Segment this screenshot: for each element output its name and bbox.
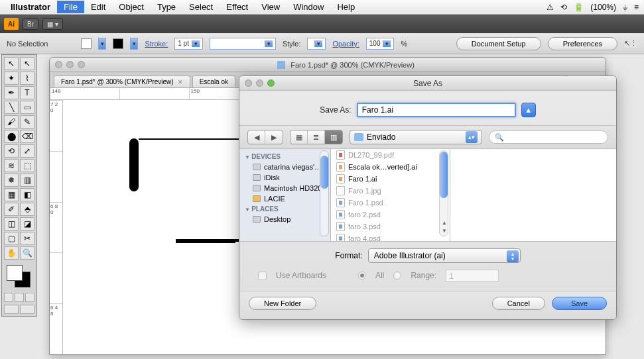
app-name[interactable]: Illustrator xyxy=(11,2,50,12)
dialog-close-icon[interactable] xyxy=(245,79,252,87)
view-mode-segment[interactable]: ▦ ≣ ▥ xyxy=(290,130,343,144)
stroke-weight-dropdown[interactable]: 1 pt▾ xyxy=(174,38,203,50)
collapse-browser-button[interactable]: ▲ xyxy=(521,103,536,117)
all-radio[interactable] xyxy=(358,272,366,280)
minimize-window-icon[interactable] xyxy=(66,61,74,68)
blend-tool[interactable]: ⬘ xyxy=(20,203,34,216)
blob-brush-tool[interactable]: ⬤ xyxy=(4,130,19,143)
dialog-titlebar[interactable]: Save As xyxy=(239,76,616,91)
menu-select[interactable]: Select xyxy=(182,1,220,13)
zoom-window-icon[interactable] xyxy=(78,61,85,68)
sync-icon[interactable]: ⟲ xyxy=(560,3,567,12)
mesh-tool[interactable]: ▦ xyxy=(4,188,19,201)
fill-stroke-control[interactable] xyxy=(4,264,34,291)
sidebar-device[interactable]: iDisk xyxy=(239,172,330,183)
icon-view-icon[interactable]: ▦ xyxy=(290,130,308,144)
scale-tool[interactable]: ⤢ xyxy=(20,144,34,158)
eyedropper-tool[interactable]: ✐ xyxy=(4,203,19,216)
search-field[interactable]: 🔍 xyxy=(489,130,608,144)
color-mode-icon[interactable] xyxy=(4,293,13,302)
battery-icon[interactable]: 🔋 xyxy=(574,3,584,12)
symbol-sprayer-tool[interactable]: ❅ xyxy=(4,174,19,187)
style-dropdown[interactable]: ▾ xyxy=(307,38,326,50)
spotlight-icon[interactable]: ≡ xyxy=(634,3,639,12)
sidebar-scroll-thumb[interactable] xyxy=(320,156,328,189)
fill-color-icon[interactable] xyxy=(7,265,23,281)
brush-dropdown[interactable]: ▾ xyxy=(210,38,276,50)
direct-selection-tool[interactable]: ↖ xyxy=(20,57,34,70)
artboard-tool[interactable]: ▢ xyxy=(4,232,19,245)
free-transform-tool[interactable]: ⬚ xyxy=(20,159,34,172)
live-paint-select-tool[interactable]: ◪ xyxy=(20,217,34,231)
file-row[interactable]: Faro 1.jpg xyxy=(331,185,450,197)
fill-swatch[interactable] xyxy=(81,38,92,49)
folder-dropdown[interactable]: Enviado ▴▾ xyxy=(350,130,482,144)
warp-tool[interactable]: ≋ xyxy=(4,159,19,172)
file-row[interactable]: DL270_99.pdf xyxy=(331,149,450,161)
opacity-input[interactable]: 100▾ xyxy=(366,38,395,50)
forward-icon[interactable]: ▶ xyxy=(265,130,283,144)
file-row[interactable]: Escala ok…verted].ai xyxy=(331,161,450,173)
file-row[interactable]: Faro 1.psd xyxy=(331,197,450,209)
sidebar-device[interactable]: Macintosh HD320 xyxy=(239,183,330,193)
file-row[interactable]: faro 3.psd xyxy=(331,221,450,232)
filelist-scroll-thumb[interactable] xyxy=(440,152,448,198)
eraser-tool[interactable]: ⌫ xyxy=(20,130,34,143)
none-mode-icon[interactable] xyxy=(25,293,34,302)
menu-type[interactable]: Type xyxy=(151,1,182,13)
screen-mode-full[interactable] xyxy=(20,305,34,314)
places-header[interactable]: PLACES xyxy=(239,204,330,214)
dialog-zoom-icon[interactable] xyxy=(267,79,275,87)
magic-wand-tool[interactable]: ✦ xyxy=(4,72,19,85)
list-view-icon[interactable]: ≣ xyxy=(308,130,325,144)
warning-icon[interactable]: ⚠︎ xyxy=(547,3,554,12)
stroke-swatch-dropdown[interactable]: ▾ xyxy=(130,38,138,50)
rectangle-tool[interactable]: ▭ xyxy=(20,101,34,114)
screen-mode-normal[interactable] xyxy=(4,305,19,314)
selection-tool-shortcut-icon[interactable]: ↖⋮ xyxy=(624,39,637,48)
pen-tool[interactable]: ✒ xyxy=(4,86,19,99)
arrange-docs-button[interactable]: ▦ ▾ xyxy=(42,18,63,30)
save-button[interactable]: Save xyxy=(552,297,607,310)
menu-view[interactable]: View xyxy=(255,1,287,13)
type-tool[interactable]: T xyxy=(20,86,34,99)
document-setup-button[interactable]: Document Setup xyxy=(456,37,541,50)
graph-tool[interactable]: ▥ xyxy=(20,174,34,187)
cancel-button[interactable]: Cancel xyxy=(492,297,545,310)
wifi-icon[interactable]: ⏚ xyxy=(623,3,627,12)
tab-escala[interactable]: Escala ok xyxy=(192,76,235,87)
selection-tool[interactable]: ↖ xyxy=(4,57,19,70)
live-paint-tool[interactable]: ◫ xyxy=(4,217,19,231)
menu-help[interactable]: Help xyxy=(330,1,361,13)
filename-input[interactable] xyxy=(357,103,516,117)
paintbrush-tool[interactable]: 🖌 xyxy=(4,115,19,128)
document-titlebar[interactable]: Faro 1.psd* @ 300% (CMYK/Preview) xyxy=(50,58,606,72)
close-window-icon[interactable] xyxy=(55,61,62,68)
file-row[interactable]: faro 2.psd xyxy=(331,209,450,221)
close-tab-icon[interactable]: ✕ xyxy=(178,79,183,85)
bridge-button[interactable]: Br xyxy=(23,18,38,30)
tab-faro1[interactable]: Faro 1.psd* @ 300% (CMYK/Preview)✕ xyxy=(54,76,190,87)
menu-file[interactable]: File xyxy=(57,1,84,13)
format-dropdown[interactable]: Adobe Illustrator (ai) ▴▾ xyxy=(368,248,521,263)
slice-tool[interactable]: ✂ xyxy=(20,232,34,245)
menu-window[interactable]: Window xyxy=(287,1,330,13)
preferences-button[interactable]: Preferences xyxy=(548,37,617,50)
stroke-swatch[interactable] xyxy=(113,38,123,49)
zoom-tool[interactable]: 🔍 xyxy=(20,246,34,260)
range-radio[interactable] xyxy=(393,272,401,280)
ai-logo-icon[interactable]: Ai xyxy=(4,18,19,30)
fill-dropdown[interactable]: ▾ xyxy=(98,38,106,50)
line-tool[interactable]: ╲ xyxy=(4,101,19,114)
rotate-tool[interactable]: ⟲ xyxy=(4,144,19,158)
dialog-minimize-icon[interactable] xyxy=(256,79,263,87)
devices-header[interactable]: DEVICES xyxy=(239,152,330,162)
file-row[interactable]: faro 4.psd xyxy=(331,232,450,241)
file-row[interactable]: Faro 1.ai xyxy=(331,173,450,185)
menu-edit[interactable]: Edit xyxy=(84,1,112,13)
pencil-tool[interactable]: ✎ xyxy=(20,115,34,128)
lasso-tool[interactable]: ⌇ xyxy=(20,72,34,85)
back-icon[interactable]: ◀ xyxy=(248,130,265,144)
range-input[interactable] xyxy=(446,270,499,282)
new-folder-button[interactable]: New Folder xyxy=(249,297,316,310)
